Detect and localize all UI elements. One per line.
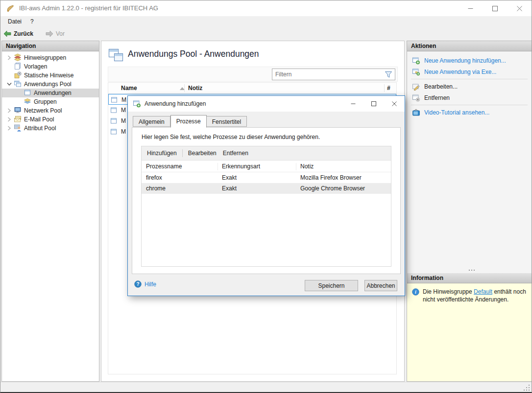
navigation-tree: Hinweisgruppen Vorlagen — [2, 51, 99, 133]
sidebar-item-anwendungs-pool[interactable]: Anwendungs Pool — [2, 80, 99, 89]
maximize-button[interactable] — [483, 0, 507, 16]
right-sidebar: Aktionen Neue Anwendung hinzufügen... — [407, 41, 532, 382]
email-pool-icon — [14, 115, 22, 124]
sidebar-item-email-pool[interactable]: E-Mail Pool — [2, 115, 99, 124]
process-remove-button[interactable]: Entfernen — [222, 150, 254, 157]
column-divider[interactable] — [184, 84, 185, 92]
process-row-firefox[interactable]: firefox Exakt Mozilla Firefox Browser — [142, 172, 391, 183]
process-detection: Exakt — [222, 185, 237, 192]
sidebar-item-attribut-pool[interactable]: Attribut Pool — [2, 124, 99, 133]
new-application-icon — [412, 57, 420, 65]
action-new-application[interactable]: Neue Anwendung hinzufügen... — [407, 55, 532, 66]
sidebar-label: Statische Hinweise — [24, 72, 73, 79]
process-note: Google Chrome Browser — [300, 185, 365, 192]
sidebar-label: Gruppen — [34, 98, 57, 105]
dialog-close-button[interactable] — [384, 96, 405, 112]
filter-input[interactable] — [275, 69, 378, 79]
svg-text:?: ? — [136, 281, 139, 287]
panel-splitter[interactable] — [407, 267, 532, 273]
sidebar-label: Netzwerk Pool — [24, 107, 62, 114]
column-header-name[interactable]: Name — [121, 85, 137, 92]
dialog-footer: ? Hilfe Speichern Abbrechen — [128, 274, 405, 296]
column-header-notiz[interactable]: Notiz — [300, 163, 314, 170]
page-title: Anwendungs Pool - Anwendungen — [128, 49, 259, 59]
status-bar — [0, 382, 532, 393]
action-remove[interactable]: Entfernen — [407, 92, 532, 103]
filter-bar — [108, 67, 398, 82]
help-link[interactable]: ? Hilfe — [134, 280, 156, 288]
page-title-row: Anwendungs Pool - Anwendungen — [101, 41, 404, 67]
dialog-minimize-button[interactable] — [343, 96, 363, 112]
help-label: Hilfe — [145, 281, 156, 288]
process-edit-button[interactable]: Bearbeiten — [183, 150, 222, 157]
dialog-title: Anwendung hinzufügen — [145, 96, 206, 112]
navigation-panel: Navigation Hinweisgruppen — [1, 41, 99, 382]
list-header: Name Notiz # — [108, 83, 396, 94]
sidebar-item-statische-hinweise[interactable]: Statische Hinweise — [2, 71, 99, 80]
row-name: M — [121, 117, 126, 124]
action-label: Entfernen — [424, 94, 450, 101]
row-name: M — [121, 107, 126, 114]
menu-help[interactable]: ? — [27, 16, 37, 27]
column-divider[interactable] — [218, 163, 218, 170]
sidebar-item-hinweisgruppen[interactable]: Hinweisgruppen — [2, 53, 99, 62]
app-icon — [6, 4, 15, 14]
action-new-application-via-exe[interactable]: Neue Anwendung via Exe... — [407, 66, 532, 77]
column-header-count[interactable]: # — [387, 85, 390, 92]
action-video-tutorial[interactable]: Video-Tutorial ansehen... — [407, 107, 532, 118]
sidebar-label: Hinweisgruppen — [24, 54, 66, 61]
minimize-icon — [468, 6, 473, 11]
close-icon — [392, 101, 397, 106]
attribute-pool-icon — [14, 124, 22, 133]
action-label: Video-Tutorial ansehen... — [424, 109, 489, 116]
sidebar-item-anwendungen[interactable]: Anwendungen — [2, 89, 99, 97]
sidebar-item-netzwerk-pool[interactable]: Netzwerk Pool — [2, 106, 99, 115]
splitter-handle-icon — [469, 270, 470, 271]
close-button[interactable] — [507, 0, 532, 16]
column-header-notiz[interactable]: Notiz — [188, 85, 202, 92]
process-name: firefox — [146, 174, 162, 181]
back-button[interactable]: Zurück — [3, 27, 33, 40]
column-header-erkennungsart[interactable]: Erkennungsart — [222, 163, 260, 170]
process-toolbar: Hinzufügen Bearbeiten Entfernen — [142, 146, 391, 161]
sidebar-label: Attribut Pool — [24, 125, 56, 132]
menu-datei[interactable]: Datei — [5, 16, 24, 27]
default-group-link[interactable]: Default — [474, 288, 492, 295]
column-header-prozessname[interactable]: Prozessname — [146, 163, 182, 170]
tab-allgemein[interactable]: Allgemein — [133, 116, 170, 127]
maximize-icon — [371, 101, 376, 106]
maximize-icon — [492, 6, 498, 11]
actions-divider — [411, 79, 528, 79]
action-label: Bearbeiten... — [424, 83, 458, 90]
application-window-icon — [110, 96, 118, 105]
chevron-right-icon — [7, 126, 11, 131]
svg-text:i: i — [415, 289, 416, 295]
tab-fenstertitel[interactable]: Fenstertitel — [207, 116, 247, 127]
resize-grip-icon[interactable] — [529, 390, 530, 391]
sidebar-item-vorlagen[interactable]: Vorlagen — [2, 62, 99, 71]
minimize-button[interactable] — [458, 0, 483, 16]
sidebar-item-gruppen[interactable]: Gruppen — [2, 97, 99, 106]
filter-funnel-icon[interactable] — [385, 71, 392, 80]
process-add-button[interactable]: Hinzufügen — [142, 150, 182, 157]
edit-pencil-icon — [412, 83, 420, 91]
column-divider[interactable] — [384, 84, 385, 92]
action-edit[interactable]: Bearbeiten... — [407, 81, 532, 92]
window-title: IBI-aws Admin 1.22.0 - registriert für I… — [19, 0, 158, 16]
chevron-right-icon — [7, 108, 11, 113]
save-button[interactable]: Speichern — [305, 280, 358, 291]
process-row-chrome[interactable]: chrome Exakt Google Chrome Browser — [142, 183, 391, 194]
dialog-maximize-button[interactable] — [363, 96, 384, 112]
video-tutorial-tv-icon — [412, 109, 420, 116]
information-header: Information — [407, 273, 532, 283]
forward-button[interactable]: Vor — [46, 27, 65, 40]
dialog-tab-content: Hier legen Sie fest, welche Prozesse zu … — [132, 127, 401, 274]
info-text-before: Die Hinweisgruppe — [423, 288, 474, 295]
cancel-button[interactable]: Abbrechen — [364, 280, 397, 291]
column-divider[interactable] — [296, 163, 296, 170]
process-detection: Exakt — [222, 174, 237, 181]
row-name: M — [121, 128, 126, 135]
navigation-header: Navigation — [2, 41, 99, 51]
chevron-right-icon — [7, 117, 11, 122]
tab-prozesse[interactable]: Prozesse — [170, 115, 207, 128]
